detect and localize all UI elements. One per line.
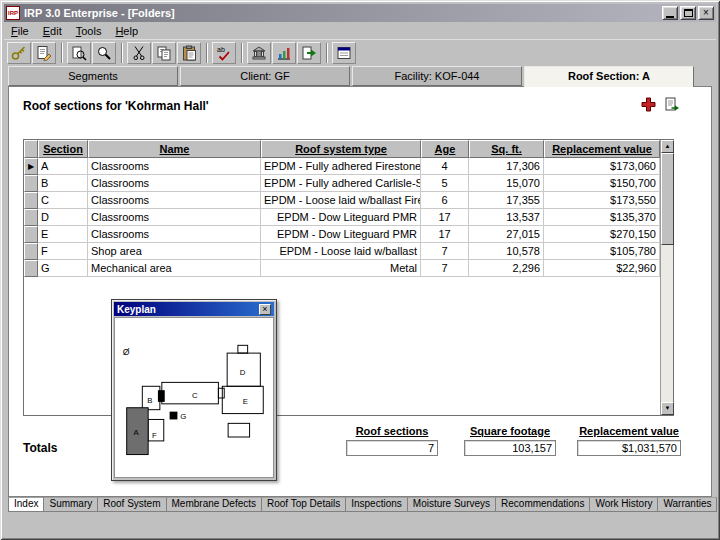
copy-button[interactable] — [152, 42, 176, 64]
tab-roof-system[interactable]: Roof System — [97, 497, 166, 512]
tab-client-gf[interactable]: Client: GF — [180, 66, 350, 86]
keyplan-title: Keyplan — [117, 304, 156, 315]
open-report-icon[interactable] — [664, 96, 681, 113]
tab-work-history[interactable]: Work History — [589, 497, 658, 512]
title-bar[interactable]: IRP IRP 3.0 Enterprise - [Folders] × — [4, 4, 716, 22]
cut-button[interactable] — [127, 42, 151, 64]
row-selector[interactable] — [24, 209, 38, 226]
export-icon — [301, 45, 317, 61]
scrollbar-thumb[interactable] — [661, 153, 674, 245]
spellcheck-button[interactable]: ab — [212, 42, 236, 64]
minimize-button[interactable] — [662, 6, 678, 20]
menu-file[interactable]: File — [4, 24, 36, 38]
preview-icon — [71, 45, 87, 61]
cell-roof-system-type: EPDM - Loose laid w/ballast — [261, 243, 421, 260]
totals-row: Roof sections7Square footage103,157Repla… — [9, 425, 711, 465]
toolbar-separator — [61, 43, 63, 63]
table-row[interactable]: BClassroomsEPDM - Fully adhered Carlisle… — [24, 175, 660, 192]
export-button[interactable] — [297, 42, 321, 64]
column-header-section[interactable]: Section — [38, 140, 88, 158]
scroll-up-button[interactable]: ▲ — [661, 140, 674, 153]
cell-age: 6 — [421, 192, 469, 209]
cell-replacement-value: $22,960 — [544, 260, 660, 277]
preview-button[interactable] — [67, 42, 91, 64]
table-row[interactable]: DClassroomsEPDM - Dow Liteguard PMR1713,… — [24, 209, 660, 226]
toolbar-separator — [206, 43, 208, 63]
tab-moisture-surveys[interactable]: Moisture Surveys — [407, 497, 496, 512]
properties-button[interactable] — [332, 42, 356, 64]
menu-edit[interactable]: Edit — [36, 24, 69, 38]
context-tab-bar: SegmentsClient: GFFacility: KOF-044Roof … — [8, 66, 712, 86]
cell-replacement-value: $270,150 — [544, 226, 660, 243]
table-row[interactable]: EClassroomsEPDM - Dow Liteguard PMR1727,… — [24, 226, 660, 243]
cell-name: Classrooms — [88, 226, 261, 243]
cell-replacement-value: $150,700 — [544, 175, 660, 192]
search-button[interactable] — [92, 42, 116, 64]
copy-icon — [156, 45, 172, 61]
keyplan-label-g: G — [180, 412, 186, 421]
tab-facility-kof-044[interactable]: Facility: KOF-044 — [352, 66, 522, 86]
close-icon: × — [703, 8, 709, 18]
keyplan-title-bar[interactable]: Keyplan × — [114, 302, 274, 316]
square-footage-total-value: 103,157 — [464, 440, 556, 456]
edit-form-button[interactable] — [32, 42, 56, 64]
tab-roof-section-a[interactable]: Roof Section: A — [524, 66, 694, 87]
table-scrollbar[interactable]: ▲ ▼ — [660, 140, 673, 415]
row-selector[interactable] — [24, 243, 38, 260]
table-row[interactable]: GMechanical areaMetal72,296$22,960 — [24, 260, 660, 277]
row-selector[interactable] — [24, 192, 38, 209]
cell-age: 17 — [421, 209, 469, 226]
keyplan-close-icon[interactable]: × — [259, 304, 271, 315]
cross-icon[interactable] — [640, 96, 657, 113]
maximize-button[interactable] — [680, 6, 696, 20]
column-header-roof-system-type[interactable]: Roof system type — [261, 140, 421, 158]
toolbar-separator — [241, 43, 243, 63]
tab-warranties[interactable]: Warranties — [657, 497, 717, 512]
scroll-down-button[interactable]: ▼ — [661, 402, 674, 415]
tab-summary[interactable]: Summary — [43, 497, 98, 512]
tab-membrane-defects[interactable]: Membrane Defects — [166, 497, 262, 512]
building-icon — [251, 45, 267, 61]
menu-help[interactable]: Help — [108, 24, 145, 38]
content-panel: Roof sections for 'Kohrman Hall' Section… — [8, 86, 712, 497]
roof-sections-total-value: 7 — [346, 440, 438, 456]
column-header-age[interactable]: Age — [421, 140, 469, 158]
table-row[interactable]: CClassroomsEPDM - Loose laid w/ballast F… — [24, 192, 660, 209]
table-row[interactable]: ▶AClassroomsEPDM - Fully adhered Firesto… — [24, 158, 660, 175]
cell-sq-ft: 15,070 — [469, 175, 544, 192]
svg-text:ab: ab — [217, 46, 225, 53]
tab-inspections[interactable]: Inspections — [345, 497, 408, 512]
menu-tools[interactable]: Tools — [69, 24, 109, 38]
row-selector[interactable] — [24, 260, 38, 277]
row-selector[interactable] — [24, 175, 38, 192]
tab-recommendations[interactable]: Recommendations — [495, 497, 590, 512]
chart-icon — [276, 45, 292, 61]
row-selector[interactable] — [24, 226, 38, 243]
key-button[interactable] — [7, 42, 31, 64]
cell-roof-system-type: Metal — [261, 260, 421, 277]
chart-button[interactable] — [272, 42, 296, 64]
cut-icon — [131, 45, 147, 61]
cell-age: 5 — [421, 175, 469, 192]
cell-sq-ft: 2,296 — [469, 260, 544, 277]
search-icon — [96, 45, 112, 61]
column-header-name[interactable]: Name — [88, 140, 261, 158]
close-button[interactable]: × — [698, 6, 714, 20]
selector-header — [24, 140, 38, 158]
column-header-replacement-value[interactable]: Replacement value — [544, 140, 660, 158]
paste-button[interactable] — [177, 42, 201, 64]
building-button[interactable] — [247, 42, 271, 64]
cell-roof-system-type: EPDM - Dow Liteguard PMR — [261, 209, 421, 226]
tab-index[interactable]: Index — [8, 497, 44, 512]
cell-section: A — [38, 158, 88, 175]
roof-sections-total-label: Roof sections — [346, 425, 438, 438]
square-footage-total: Square footage103,157 — [464, 425, 556, 456]
tab-segments[interactable]: Segments — [8, 66, 178, 86]
tab-roof-top-details[interactable]: Roof Top Details — [261, 497, 346, 512]
cell-section: F — [38, 243, 88, 260]
table-row[interactable]: FShop areaEPDM - Loose laid w/ballast710… — [24, 243, 660, 260]
cell-age: 4 — [421, 158, 469, 175]
row-selector[interactable]: ▶ — [24, 158, 38, 175]
column-header-sq-ft[interactable]: Sq. ft. — [469, 140, 544, 158]
cell-roof-system-type: EPDM - Fully adhered Firestone EPD — [261, 158, 421, 175]
